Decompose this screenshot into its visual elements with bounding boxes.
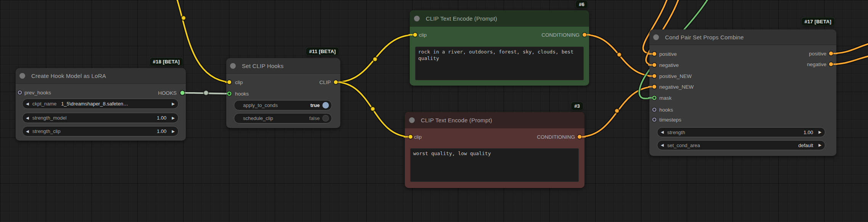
input-slot-label-hooks: hooks (235, 91, 249, 97)
widget-strength[interactable]: ◀ strength 1.00 ▶ (657, 127, 825, 137)
link-combine-positive-out (831, 43, 868, 53)
input-slot-label-clip: clip (414, 134, 422, 140)
decrement-arrow-icon[interactable]: ◀ (26, 116, 29, 120)
node-id-badge: #6 (576, 0, 588, 8)
node-title: Set CLIP Hooks (242, 63, 283, 69)
input-slot-label-negative: negative (659, 62, 679, 68)
prompt-textarea[interactable]: worst quality, low quality (410, 148, 579, 182)
output-slot-label-clip: CLIP (319, 79, 331, 85)
widget-strength-clip[interactable]: ◀ strength_clip 1.00 ▶ (22, 126, 179, 136)
increment-arrow-icon[interactable]: ▶ (172, 130, 175, 133)
node-id-badge: #11 [BETA] (306, 47, 339, 55)
widget-value: 1.00 (157, 115, 166, 121)
input-slot-label-timesteps: timesteps (659, 117, 681, 123)
collapse-dot-icon[interactable] (19, 73, 25, 79)
widget-label: strength (667, 130, 685, 135)
widget-value: default (798, 143, 813, 148)
link-midpoint-dot[interactable] (373, 57, 377, 62)
increment-arrow-icon[interactable]: ▶ (818, 130, 821, 134)
output-slot-label-positive: positive (809, 51, 826, 57)
link-combine-negative-out (831, 55, 868, 64)
node-clip-text-encode-negative[interactable]: #3 CLIP Text Encode (Prompt) clip CONDIT… (405, 112, 585, 188)
widget-label: set_cond_area (667, 143, 700, 148)
widget-value: 1.00 (804, 130, 813, 135)
output-slot-label-hooks: HOOKS (158, 90, 177, 96)
link-clip-to-negative-encode (336, 82, 411, 137)
link-midpoint-dot[interactable] (617, 52, 622, 57)
widget-value: 1.00 (157, 128, 166, 134)
widget-label: strength_model (32, 115, 67, 121)
widget-label: ckpt_name (32, 101, 57, 107)
prompt-textarea[interactable]: rock in a river, outdoors, forest, sky, … (415, 47, 584, 80)
increment-arrow-icon[interactable]: ▶ (172, 116, 175, 120)
input-slot-label-positive: positive (659, 51, 677, 57)
link-hooks-lora-to-setclip (182, 93, 229, 94)
decrement-arrow-icon[interactable]: ◀ (26, 130, 29, 133)
increment-arrow-icon[interactable]: ▶ (172, 102, 175, 106)
decrement-arrow-icon[interactable]: ◀ (26, 102, 29, 106)
toggle-off-icon[interactable] (322, 115, 329, 122)
widget-label: schedule_clip (243, 115, 273, 121)
input-slot-label-mask: mask (659, 95, 672, 101)
input-slot-label-clip: clip (235, 79, 243, 85)
toggle-on-icon[interactable] (322, 102, 329, 109)
widget-strength-model[interactable]: ◀ strength_model 1.00 ▶ (22, 113, 179, 123)
collapse-dot-icon[interactable] (230, 63, 236, 69)
input-slot-label-negative-new: negative_NEW (659, 84, 694, 90)
node-id-badge: #17 [BETA] (802, 18, 834, 26)
link-midpoint-dot[interactable] (181, 16, 186, 20)
widget-value: true (310, 102, 320, 108)
input-slot-label-hooks: hooks (659, 107, 673, 113)
node-id-badge: #18 [BETA] (150, 58, 183, 66)
node-title: CLIP Text Encode (Prompt) (426, 15, 497, 22)
link-midpoint-dot[interactable] (204, 91, 209, 96)
collapse-dot-icon[interactable] (409, 117, 415, 123)
output-slot-label-conditioning: CONDITIONING (541, 32, 580, 38)
decrement-arrow-icon[interactable]: ◀ (661, 143, 664, 147)
link-clip-to-positive-encode (336, 35, 415, 82)
collapse-dot-icon[interactable] (414, 16, 420, 21)
widget-value: false (309, 115, 320, 121)
widget-set-cond-area[interactable]: ◀ set_cond_area default ▶ (657, 140, 825, 150)
widget-ckpt-name[interactable]: ◀ ckpt_name 1_5\dreamshaper_8.safeten… ▶ (22, 99, 179, 109)
widget-label: apply_to_conds (243, 102, 278, 108)
widget-value: 1_5\dreamshaper_8.safeten… (61, 101, 128, 107)
node-title: Cond Pair Set Props Combine (665, 34, 744, 41)
link-conditioning-pos-to-combine (585, 35, 654, 76)
node-id-badge: #3 (571, 102, 583, 110)
output-slot-label-negative: negative (807, 62, 826, 67)
link-midpoint-dot[interactable] (370, 107, 375, 111)
link-midpoint-dot[interactable] (615, 109, 619, 113)
node-create-hook-model-as-lora[interactable]: #18 [BETA] Create Hook Model as LoRA pre… (16, 68, 186, 141)
widget-schedule-clip[interactable]: schedule_clip false (234, 113, 332, 123)
node-clip-text-encode-positive[interactable]: #6 CLIP Text Encode (Prompt) clip CONDIT… (410, 10, 589, 86)
input-slot-label-positive-new: positive_NEW (659, 73, 692, 79)
widget-label: strength_clip (32, 128, 61, 134)
link-conditioning-neg-to-combine (580, 87, 655, 137)
decrement-arrow-icon[interactable]: ◀ (661, 130, 664, 134)
increment-arrow-icon[interactable]: ▶ (818, 143, 821, 147)
node-graph-canvas[interactable]: #18 [BETA] Create Hook Model as LoRA pre… (0, 0, 868, 222)
input-slot-label-clip: clip (419, 32, 427, 38)
collapse-dot-icon[interactable] (653, 34, 659, 40)
node-title: CLIP Text Encode (Prompt) (421, 117, 492, 123)
node-title: Create Hook Model as LoRA (31, 73, 106, 79)
output-slot-label-conditioning: CONDITIONING (537, 134, 575, 140)
node-cond-pair-set-props-combine[interactable]: #17 [BETA] Cond Pair Set Props Combine p… (649, 29, 836, 156)
input-slot-label-prev-hooks: prev_hooks (24, 90, 51, 96)
widget-apply-to-conds[interactable]: apply_to_conds true (234, 100, 332, 110)
node-set-clip-hooks[interactable]: #11 [BETA] Set CLIP Hooks clip CLIP hook… (226, 58, 340, 128)
